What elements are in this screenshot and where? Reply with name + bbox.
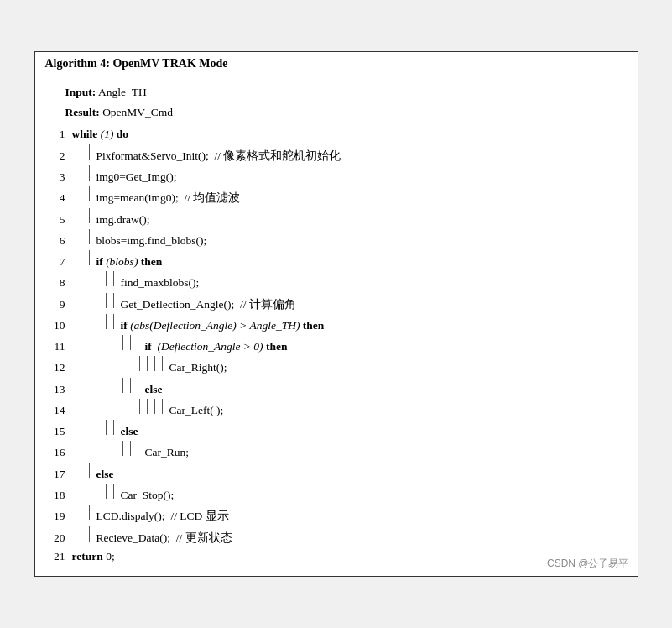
- v-bar: [89, 250, 90, 265]
- v-bar: [89, 229, 90, 244]
- v-bar: [113, 420, 114, 435]
- v-bar: [89, 505, 90, 520]
- line-num: 8: [49, 274, 72, 292]
- line-content: if (Deflection_Angle > 0) then: [72, 335, 624, 356]
- line-num: 4: [49, 189, 72, 207]
- line-num: 21: [49, 547, 72, 566]
- line-content: Car_Left( );: [72, 399, 624, 420]
- code-line: 3 img0=Get_Img();: [49, 165, 624, 186]
- line-num: 5: [49, 211, 72, 229]
- v-bar: [106, 293, 107, 308]
- v-bar: [138, 378, 138, 393]
- v-bar: [138, 441, 138, 456]
- code-line: 9 Get_Deflection_Angle(); // 计算偏角: [49, 293, 624, 314]
- code-text: LCD.dispaly(); // LCD 显示: [96, 507, 229, 526]
- line-num: 7: [49, 253, 72, 271]
- title-text: Algorithm 4: OpenMV TRAK Mode: [45, 57, 228, 70]
- code-lines: 1 while (1) do 2 Pixformat&Servo_Init();…: [49, 125, 624, 566]
- keyword: else: [121, 422, 138, 441]
- code-line: 13 else: [49, 378, 624, 399]
- algorithm-title: Algorithm 4: OpenMV TRAK Mode: [35, 52, 638, 76]
- code-line: 20 Recieve_Data(); // 更新状态: [49, 526, 624, 547]
- keyword: then: [266, 338, 288, 356]
- line-num: 13: [49, 380, 72, 399]
- code-text: (abs(Deflection_Angle) > Angle_TH): [130, 317, 300, 335]
- keyword: return: [72, 547, 103, 566]
- line-num: 18: [49, 486, 72, 505]
- input-line: Input: Angle_TH: [49, 83, 624, 102]
- code-text: Car_Right();: [169, 358, 227, 377]
- result-value-text: OpenMV_Cmd: [102, 106, 173, 118]
- line-content: Car_Right();: [72, 356, 624, 377]
- input-label: Input:: [65, 86, 96, 98]
- algorithm-body: Input: Angle_TH Result: OpenMV_Cmd 1 whi…: [35, 76, 638, 576]
- line-content: Pixformat&Servo_Init(); // 像素格式和舵机初始化: [72, 144, 624, 165]
- code-text: blobs=img.find_blobs();: [96, 232, 207, 250]
- v-bar: [162, 356, 163, 371]
- code-text: img0=Get_Img();: [96, 168, 177, 186]
- v-bar: [89, 165, 90, 181]
- keyword: else: [145, 380, 163, 399]
- indent-bars: [89, 526, 96, 542]
- code-line: 19 LCD.dispaly(); // LCD 显示: [49, 505, 624, 526]
- indent-bars: [89, 463, 96, 478]
- v-bar: [154, 399, 155, 414]
- code-line: 18 Car_Stop();: [49, 484, 624, 505]
- v-bar: [138, 335, 138, 350]
- result-line: Result: OpenMV_Cmd: [49, 103, 624, 122]
- line-num: 12: [49, 358, 72, 377]
- line-content: LCD.dispaly(); // LCD 显示: [72, 505, 624, 526]
- keyword: then: [303, 317, 325, 335]
- line-num: 10: [49, 317, 72, 335]
- line-num: 16: [49, 443, 72, 462]
- line-num: 9: [49, 296, 72, 314]
- v-bar: [122, 335, 123, 350]
- v-bar: [113, 484, 114, 499]
- code-line: 7 if (blobs) then: [49, 250, 624, 271]
- v-bar: [162, 399, 163, 414]
- v-bar: [122, 378, 123, 393]
- code-text: Get_Deflection_Angle(); // 计算偏角: [121, 296, 296, 314]
- indent-bars: [89, 165, 96, 181]
- indent-bars: [139, 399, 169, 414]
- keyword: if: [121, 317, 128, 335]
- line-content: Recieve_Data(); // 更新状态: [72, 526, 624, 547]
- code-text: Car_Stop();: [121, 486, 175, 505]
- code-text: Pixformat&Servo_Init(); // 像素格式和舵机初始化: [96, 147, 341, 165]
- v-bar: [89, 463, 90, 478]
- code-line: 4 img=mean(img0); // 均值滤波: [49, 186, 624, 207]
- code-text: img.draw();: [96, 211, 150, 229]
- v-bar: [113, 293, 114, 308]
- code-text: Recieve_Data(); // 更新状态: [96, 529, 232, 547]
- v-bar: [89, 208, 90, 223]
- keyword: then: [141, 253, 163, 271]
- keyword: do: [117, 125, 128, 144]
- line-content: img0=Get_Img();: [72, 165, 624, 186]
- v-bar: [113, 314, 114, 329]
- line-num: 20: [49, 529, 72, 547]
- keyword: while: [72, 125, 98, 144]
- indent-bars: [122, 378, 145, 393]
- input-value-text: Angle_TH: [98, 86, 147, 98]
- code-line: 17 else: [49, 463, 624, 484]
- line-num: 6: [49, 232, 72, 250]
- keyword: else: [96, 465, 114, 484]
- v-bar: [130, 378, 131, 393]
- code-line: 16 Car_Run;: [49, 441, 624, 462]
- v-bar: [106, 484, 107, 499]
- indent-bars: [139, 356, 169, 371]
- v-bar: [89, 144, 90, 160]
- v-bar: [130, 441, 131, 456]
- line-content: return 0;: [72, 547, 624, 566]
- code-line: 14 Car_Left( );: [49, 399, 624, 420]
- v-bar: [139, 399, 140, 414]
- code-text: (blobs): [106, 253, 138, 271]
- line-num: 19: [49, 507, 72, 526]
- line-num: 1: [49, 125, 72, 144]
- code-line: 10 if (abs(Deflection_Angle) > Angle_TH)…: [49, 314, 624, 335]
- v-bar: [122, 441, 123, 456]
- code-text: 0;: [106, 547, 115, 566]
- code-text: (1): [101, 125, 114, 144]
- v-bar: [89, 526, 90, 542]
- v-bar: [130, 335, 131, 350]
